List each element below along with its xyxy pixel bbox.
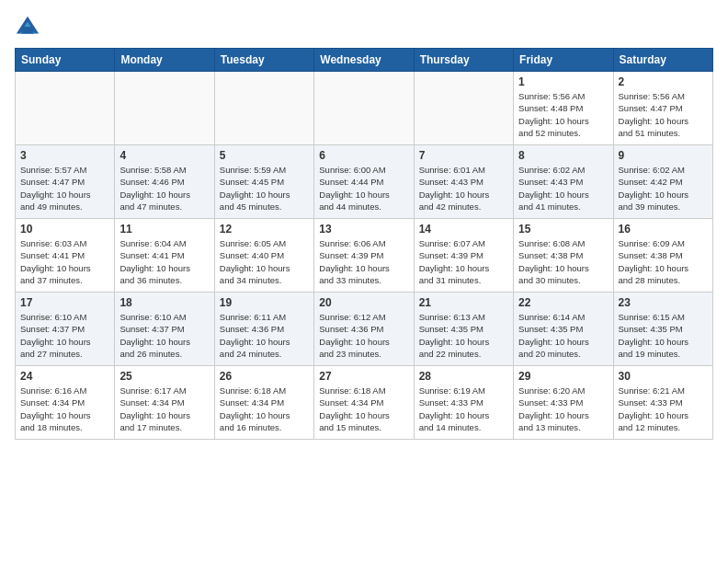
day-number: 16 xyxy=(619,223,708,236)
week-row-4: 17Sunrise: 6:10 AM Sunset: 4:37 PM Dayli… xyxy=(16,293,713,366)
day-info: Sunrise: 6:08 AM Sunset: 4:38 PM Dayligh… xyxy=(518,237,608,286)
calendar-cell: 4Sunrise: 5:58 AM Sunset: 4:46 PM Daylig… xyxy=(115,145,214,219)
day-info: Sunrise: 6:03 AM Sunset: 4:41 PM Dayligh… xyxy=(20,237,109,286)
week-row-5: 24Sunrise: 6:16 AM Sunset: 4:34 PM Dayli… xyxy=(16,366,713,440)
day-info: Sunrise: 6:18 AM Sunset: 4:34 PM Dayligh… xyxy=(319,385,408,433)
day-number: 28 xyxy=(419,370,508,383)
day-number: 24 xyxy=(20,370,109,383)
calendar-cell: 27Sunrise: 6:18 AM Sunset: 4:34 PM Dayli… xyxy=(314,366,414,440)
calendar-cell xyxy=(414,72,513,145)
day-number: 13 xyxy=(319,223,408,236)
calendar-cell: 22Sunrise: 6:14 AM Sunset: 4:35 PM Dayli… xyxy=(514,293,613,366)
day-info: Sunrise: 6:12 AM Sunset: 4:36 PM Dayligh… xyxy=(319,311,408,360)
day-info: Sunrise: 6:04 AM Sunset: 4:41 PM Dayligh… xyxy=(119,237,209,286)
day-info: Sunrise: 6:16 AM Sunset: 4:34 PM Dayligh… xyxy=(20,385,109,433)
day-number: 7 xyxy=(419,149,508,162)
day-info: Sunrise: 6:13 AM Sunset: 4:35 PM Dayligh… xyxy=(419,311,508,360)
day-number: 1 xyxy=(518,75,608,88)
calendar-cell: 6Sunrise: 6:00 AM Sunset: 4:44 PM Daylig… xyxy=(314,145,414,219)
day-info: Sunrise: 6:06 AM Sunset: 4:39 PM Dayligh… xyxy=(319,237,408,286)
week-row-1: 1Sunrise: 5:56 AM Sunset: 4:48 PM Daylig… xyxy=(16,72,713,145)
weekday-header-wednesday: Wednesday xyxy=(314,49,414,72)
day-info: Sunrise: 6:02 AM Sunset: 4:43 PM Dayligh… xyxy=(518,164,608,213)
day-number: 21 xyxy=(419,296,508,309)
weekday-header-row: SundayMondayTuesdayWednesdayThursdayFrid… xyxy=(16,49,713,72)
day-info: Sunrise: 6:18 AM Sunset: 4:34 PM Dayligh… xyxy=(220,385,309,433)
logo-icon xyxy=(15,15,40,40)
calendar-cell: 9Sunrise: 6:02 AM Sunset: 4:42 PM Daylig… xyxy=(613,145,712,219)
day-number: 14 xyxy=(419,223,508,236)
calendar-cell: 20Sunrise: 6:12 AM Sunset: 4:36 PM Dayli… xyxy=(314,293,414,366)
day-info: Sunrise: 6:10 AM Sunset: 4:37 PM Dayligh… xyxy=(119,311,209,360)
day-number: 4 xyxy=(119,149,209,162)
calendar-cell: 3Sunrise: 5:57 AM Sunset: 4:47 PM Daylig… xyxy=(16,145,115,219)
calendar-cell: 16Sunrise: 6:09 AM Sunset: 4:38 PM Dayli… xyxy=(613,219,712,293)
day-info: Sunrise: 6:01 AM Sunset: 4:43 PM Dayligh… xyxy=(419,164,508,213)
calendar-cell: 1Sunrise: 5:56 AM Sunset: 4:48 PM Daylig… xyxy=(514,72,613,145)
calendar-cell: 21Sunrise: 6:13 AM Sunset: 4:35 PM Dayli… xyxy=(414,293,513,366)
weekday-header-saturday: Saturday xyxy=(613,49,712,72)
day-info: Sunrise: 6:02 AM Sunset: 4:42 PM Dayligh… xyxy=(619,164,708,213)
day-number: 19 xyxy=(220,296,309,309)
logo xyxy=(15,15,44,40)
calendar-cell: 8Sunrise: 6:02 AM Sunset: 4:43 PM Daylig… xyxy=(514,145,613,219)
day-info: Sunrise: 6:00 AM Sunset: 4:44 PM Dayligh… xyxy=(319,164,408,213)
day-number: 11 xyxy=(119,223,209,236)
day-info: Sunrise: 5:58 AM Sunset: 4:46 PM Dayligh… xyxy=(119,164,209,213)
calendar-cell: 23Sunrise: 6:15 AM Sunset: 4:35 PM Dayli… xyxy=(613,293,712,366)
day-number: 2 xyxy=(619,75,708,88)
day-number: 3 xyxy=(20,149,109,162)
day-number: 17 xyxy=(20,296,109,309)
day-number: 27 xyxy=(319,370,408,383)
day-number: 5 xyxy=(220,149,309,162)
calendar-cell: 26Sunrise: 6:18 AM Sunset: 4:34 PM Dayli… xyxy=(214,366,313,440)
calendar-cell: 5Sunrise: 5:59 AM Sunset: 4:45 PM Daylig… xyxy=(214,145,313,219)
calendar-cell: 7Sunrise: 6:01 AM Sunset: 4:43 PM Daylig… xyxy=(414,145,513,219)
day-info: Sunrise: 5:56 AM Sunset: 4:48 PM Dayligh… xyxy=(518,90,608,139)
weekday-header-tuesday: Tuesday xyxy=(214,49,313,72)
calendar-cell: 29Sunrise: 6:20 AM Sunset: 4:33 PM Dayli… xyxy=(514,366,613,440)
day-number: 12 xyxy=(220,223,309,236)
calendar-cell: 19Sunrise: 6:11 AM Sunset: 4:36 PM Dayli… xyxy=(214,293,313,366)
day-info: Sunrise: 6:09 AM Sunset: 4:38 PM Dayligh… xyxy=(619,237,708,286)
calendar-cell xyxy=(16,72,115,145)
svg-rect-2 xyxy=(21,27,33,33)
day-number: 30 xyxy=(619,370,708,383)
calendar-cell: 11Sunrise: 6:04 AM Sunset: 4:41 PM Dayli… xyxy=(115,219,214,293)
calendar-cell xyxy=(115,72,214,145)
calendar-cell: 18Sunrise: 6:10 AM Sunset: 4:37 PM Dayli… xyxy=(115,293,214,366)
day-number: 9 xyxy=(619,149,708,162)
day-info: Sunrise: 6:14 AM Sunset: 4:35 PM Dayligh… xyxy=(518,311,608,360)
day-info: Sunrise: 6:07 AM Sunset: 4:39 PM Dayligh… xyxy=(419,237,508,286)
weekday-header-friday: Friday xyxy=(514,49,613,72)
calendar-cell: 10Sunrise: 6:03 AM Sunset: 4:41 PM Dayli… xyxy=(16,219,115,293)
day-number: 29 xyxy=(518,370,608,383)
day-number: 8 xyxy=(518,149,608,162)
calendar-cell: 13Sunrise: 6:06 AM Sunset: 4:39 PM Dayli… xyxy=(314,219,414,293)
day-info: Sunrise: 6:17 AM Sunset: 4:34 PM Dayligh… xyxy=(119,385,209,433)
calendar-cell: 30Sunrise: 6:21 AM Sunset: 4:33 PM Dayli… xyxy=(613,366,712,440)
day-number: 15 xyxy=(518,223,608,236)
day-number: 18 xyxy=(119,296,209,309)
calendar-cell xyxy=(214,72,313,145)
weekday-header-monday: Monday xyxy=(115,49,214,72)
day-number: 10 xyxy=(20,223,109,236)
calendar-cell: 15Sunrise: 6:08 AM Sunset: 4:38 PM Dayli… xyxy=(514,219,613,293)
calendar-table: SundayMondayTuesdayWednesdayThursdayFrid… xyxy=(15,48,713,440)
calendar-cell xyxy=(314,72,414,145)
calendar-cell: 25Sunrise: 6:17 AM Sunset: 4:34 PM Dayli… xyxy=(115,366,214,440)
calendar-cell: 17Sunrise: 6:10 AM Sunset: 4:37 PM Dayli… xyxy=(16,293,115,366)
day-number: 25 xyxy=(119,370,209,383)
day-number: 23 xyxy=(619,296,708,309)
day-number: 22 xyxy=(518,296,608,309)
day-number: 26 xyxy=(220,370,309,383)
day-info: Sunrise: 5:57 AM Sunset: 4:47 PM Dayligh… xyxy=(20,164,109,213)
day-info: Sunrise: 6:20 AM Sunset: 4:33 PM Dayligh… xyxy=(518,385,608,433)
day-number: 20 xyxy=(319,296,408,309)
day-info: Sunrise: 6:10 AM Sunset: 4:37 PM Dayligh… xyxy=(20,311,109,360)
calendar-cell: 14Sunrise: 6:07 AM Sunset: 4:39 PM Dayli… xyxy=(414,219,513,293)
day-info: Sunrise: 5:56 AM Sunset: 4:47 PM Dayligh… xyxy=(619,90,708,139)
calendar-cell: 12Sunrise: 6:05 AM Sunset: 4:40 PM Dayli… xyxy=(214,219,313,293)
calendar-cell: 24Sunrise: 6:16 AM Sunset: 4:34 PM Dayli… xyxy=(16,366,115,440)
day-info: Sunrise: 6:19 AM Sunset: 4:33 PM Dayligh… xyxy=(419,385,508,433)
